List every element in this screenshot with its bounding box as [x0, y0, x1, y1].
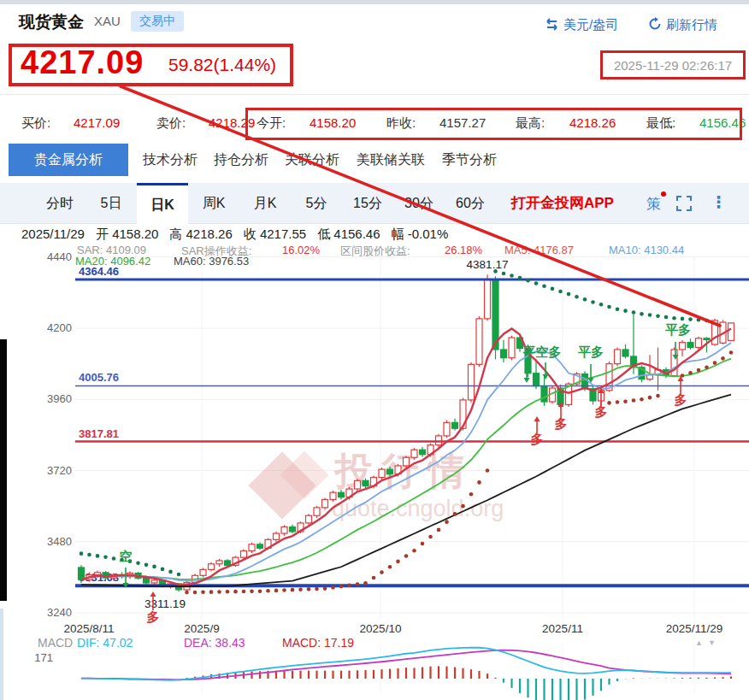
svg-text:平空多: 平空多 [523, 344, 562, 359]
ohlc-part: 幅 -0.01% [392, 226, 449, 241]
ohlc-part: 收 4217.55 [244, 226, 306, 241]
period-tab-周K[interactable]: 周K [188, 183, 239, 224]
left-blue-strip [0, 609, 3, 700]
tab-美联储关联[interactable]: 美联储关联 [357, 151, 425, 169]
svg-text:3817.81: 3817.81 [79, 427, 119, 440]
ohlc-highlight-box [245, 108, 742, 140]
macd-indicator-label: MACD: 17.19 [282, 636, 354, 650]
quote-field-label: 卖价: [156, 115, 186, 132]
daily-ohlc-row: 2025/11/29开 4158.20高 4218.26收 4217.55低 4… [21, 226, 459, 243]
tab-技术分析[interactable]: 技术分析 [143, 151, 198, 169]
quote-field-value: 4217.09 [74, 115, 120, 130]
svg-text:多: 多 [147, 609, 160, 624]
macd-up-arrow-icon[interactable]: ▲ [695, 638, 703, 647]
page-title: 现货黄金 [19, 11, 84, 33]
ohlc-part: 高 4218.26 [169, 226, 232, 241]
candlestick-chart-canvas[interactable]: 4440420039603720348032402025/8/112025/92… [0, 0, 749, 700]
indicator-value: MA20: 4096.42 [75, 255, 150, 268]
svg-text:2025/8/11: 2025/8/11 [63, 622, 114, 635]
exchange-icon [545, 18, 559, 33]
notification-dot [661, 191, 666, 197]
refresh-quote-link[interactable]: 刷新行情 [648, 17, 717, 33]
svg-text:2025/10: 2025/10 [360, 622, 402, 635]
svg-text:3480: 3480 [47, 535, 72, 548]
period-tab-15分[interactable]: 15分 [342, 183, 393, 224]
period-tab-30分[interactable]: 30分 [393, 183, 445, 224]
svg-text:4200: 4200 [47, 321, 72, 334]
header-divider [0, 94, 749, 95]
macd-down-arrow-icon[interactable]: ▼ [708, 638, 716, 647]
svg-text:2025/11/29: 2025/11/29 [666, 622, 723, 635]
svg-text:2025/9: 2025/9 [184, 622, 219, 635]
svg-text:平多: 平多 [665, 322, 691, 337]
tab-季节分析[interactable]: 季节分析 [442, 151, 497, 169]
left-black-strip [0, 339, 7, 601]
indicator-value: MA5: 4176.87 [504, 244, 574, 256]
svg-text:空: 空 [120, 549, 133, 563]
trading-status-badge: 交易中 [131, 11, 184, 32]
indicator-value: MA10: 4130.44 [609, 244, 684, 256]
tab-贵金属分析[interactable]: 贵金属分析 [9, 144, 128, 176]
quote-timestamp: 2025-11-29 02:26:17 [600, 50, 746, 79]
price-change: 59.82(1.44%) [168, 55, 276, 75]
more-menu-icon[interactable]: ⋮ [711, 192, 727, 212]
svg-text:4005.76: 4005.76 [79, 371, 119, 384]
macd-indicator-label: MACD [38, 636, 73, 650]
period-tab-分时[interactable]: 分时 [34, 183, 86, 224]
ohlc-part: 低 4156.46 [317, 226, 380, 241]
macd-indicator-label: DIF: 47.02 [77, 636, 133, 650]
refresh-label: 刷新行情 [666, 17, 717, 33]
fullscreen-icon[interactable] [676, 196, 692, 215]
ohlc-part: 开 4158.20 [96, 226, 158, 241]
current-price: 4217.09 [21, 44, 144, 81]
svg-text:4440: 4440 [47, 250, 72, 263]
symbol-code: XAU [94, 14, 121, 28]
refresh-icon [648, 17, 662, 33]
indicator-value: MA60: 3976.53 [174, 255, 249, 268]
svg-text:3960: 3960 [47, 392, 72, 405]
quote-field-label: 买价: [21, 115, 50, 132]
period-tab-5日[interactable]: 5日 [86, 183, 137, 224]
macd-scale-label: 171 [31, 651, 53, 664]
gold-quote-page: 4440420039603720348032402025/8/112025/92… [0, 0, 749, 700]
svg-text:quote.cngold.org: quote.cngold.org [332, 496, 504, 521]
period-tab-60分[interactable]: 60分 [445, 183, 496, 224]
macd-indicator-label: DEA: 38.43 [184, 636, 245, 650]
period-tab-日K[interactable]: 日K [137, 183, 188, 224]
svg-text:3311.19: 3311.19 [144, 597, 186, 610]
svg-text:3240: 3240 [47, 606, 72, 619]
tab-关联分析[interactable]: 关联分析 [285, 151, 339, 169]
svg-text:4381.17: 4381.17 [467, 258, 509, 271]
period-tab-5分[interactable]: 5分 [291, 183, 342, 224]
ohlc-part: 2025/11/29 [21, 226, 85, 241]
svg-text:平多: 平多 [578, 344, 604, 359]
svg-text:2025/11: 2025/11 [542, 622, 583, 635]
strategy-button[interactable]: 策 [646, 194, 661, 214]
indicator-value: 区间股价收益: [340, 244, 410, 259]
indicator-value: 26.18% [445, 244, 482, 256]
unit-switch-label: 美元/盎司 [563, 17, 618, 33]
unit-switch-link[interactable]: 美元/盎司 [545, 17, 618, 33]
svg-text:3720: 3720 [47, 464, 72, 477]
top-strip [0, 0, 749, 4]
tab-持仓分析[interactable]: 持仓分析 [214, 151, 268, 169]
strategy-label: 策 [646, 196, 661, 212]
indicator-value: 16.02% [282, 244, 320, 256]
period-tab-月K[interactable]: 月K [239, 183, 291, 224]
open-app-link[interactable]: 打开金投网APP [511, 193, 614, 213]
